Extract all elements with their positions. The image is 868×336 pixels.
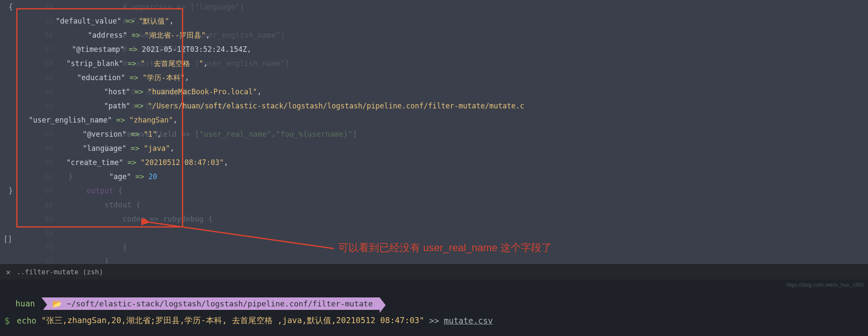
- output-kv-line: "strip_blank"=>" 去首尾空格 ",: [0, 57, 868, 71]
- output-value: "zhangSan": [129, 113, 173, 127]
- prompt-row: huan 📂~/soft/elastic-stack/logstash/logs…: [0, 295, 868, 312]
- output-kv-line: "age"=>20: [0, 170, 868, 184]
- output-value: "huandeMacBook-Pro.local": [148, 85, 257, 99]
- arrow-icon: =>: [127, 28, 144, 42]
- line-content: }: [68, 255, 868, 264]
- output-key: "strip_blank": [66, 57, 123, 71]
- output-kv-line: "@version"=>"1",: [0, 127, 868, 141]
- prompt-path-segment: 📂~/soft/elastic-stack/logstash/logstash/…: [41, 297, 380, 310]
- tab-title[interactable]: ..filter-mutate (zsh): [17, 268, 103, 276]
- output-kv-line: "default_value"=>"默认值",: [0, 14, 868, 28]
- output-key: "@version": [83, 127, 126, 141]
- comma: ,: [224, 156, 228, 170]
- bg-code-line: 70: [0, 226, 868, 240]
- output-value: "1": [144, 127, 157, 141]
- comma: ,: [170, 141, 174, 156]
- prompt-path: ~/soft/elastic-stack/logstash/logstash/p…: [67, 299, 373, 308]
- output-key: "user_english_name": [29, 113, 112, 127]
- output-kv-line: "user_english_name"=>"zhangSan",: [0, 113, 868, 127]
- output-kv-line: "education"=>"学历-本科",: [0, 71, 868, 85]
- bg-code-line: 68 stdout {: [0, 198, 868, 212]
- foreground-output-layer: { "default_value"=>"默认值","address"=>"湖北省…: [0, 0, 868, 198]
- watermark-text: https://blog.csdn.net/fu_huo_1993: [786, 282, 864, 288]
- line-content: stdout {: [68, 198, 868, 212]
- output-key: "create_time": [66, 156, 123, 170]
- arrow-icon: =>: [126, 141, 143, 156]
- tab-close-icon[interactable]: ✕: [6, 267, 11, 276]
- arrow-icon: =>: [130, 99, 147, 113]
- output-value: 20: [149, 170, 157, 184]
- prompt-dollar: $: [4, 315, 10, 326]
- output-value: "20210512 08:47:03": [141, 156, 224, 170]
- command-row[interactable]: $ echo "张三,zhangSan,20,湖北省;罗田县,学历-本科, 去首…: [0, 312, 868, 329]
- line-content: codec => rubydebug {: [68, 212, 868, 226]
- output-key: "default_value": [56, 14, 122, 28]
- output-key: "age": [109, 170, 131, 184]
- arrow-icon: =>: [122, 14, 139, 28]
- bg-code-line: 72 }: [0, 255, 868, 264]
- output-kv-line: "address"=>"湖北省--罗田县",: [0, 28, 868, 42]
- output-key: "education": [77, 71, 125, 85]
- bg-code-line: 69 codec => rubydebug {: [0, 212, 868, 226]
- arrow-icon: =>: [112, 113, 129, 127]
- output-key: "path": [104, 99, 130, 113]
- arrow-icon: =>: [123, 156, 140, 170]
- output-kv-line: "language"=>"java",: [0, 141, 868, 156]
- line-content: [68, 226, 868, 240]
- output-kv-line: "@timestamp"=>2021-05-12T03:52:24.154Z,: [0, 42, 868, 57]
- terminal-tab-bar: ✕ ..filter-mutate (zsh): [0, 264, 868, 279]
- cmd-string: "张三,zhangSan,20,湖北省;罗田县,学历-本科, 去首尾空格 ,ja…: [41, 315, 424, 326]
- output-key: "host": [104, 85, 130, 99]
- output-value: 2021-05-12T03:52:24.154Z: [142, 42, 247, 57]
- output-kv-line: "path"=>"/Users/huan/soft/elastic-stack/…: [0, 99, 868, 113]
- comma: ,: [206, 28, 210, 42]
- output-value: "默认值": [139, 14, 169, 28]
- output-value: "学历-本科": [143, 71, 185, 85]
- line-number: 69: [0, 212, 68, 226]
- arrow-icon: =>: [125, 71, 143, 85]
- line-number: 72: [0, 255, 68, 264]
- comma: ,: [169, 14, 174, 28]
- arrow-icon: =>: [131, 170, 148, 184]
- output-value: " 去首尾空格 ": [141, 57, 203, 71]
- output-kv-line: "host"=>"huandeMacBook-Pro.local",: [0, 85, 868, 99]
- cmd-file: mutate.csv: [444, 316, 493, 325]
- arrow-icon: =>: [123, 57, 140, 71]
- comma: ,: [157, 127, 161, 141]
- terminal-panel[interactable]: huan 📂~/soft/elastic-stack/logstash/logs…: [0, 279, 868, 336]
- prompt-user: huan: [13, 297, 41, 310]
- arrow-icon: =>: [126, 127, 143, 141]
- comma: ,: [203, 57, 208, 71]
- close-brace: }: [0, 184, 13, 198]
- output-key: "@timestamp": [72, 42, 125, 57]
- output-value: "java": [144, 141, 170, 156]
- code-editor[interactable]: 54 # uppercase => ["language"]55 # 7.2 小…: [0, 0, 868, 264]
- output-value: "湖北省--罗田县": [145, 28, 206, 42]
- cmd-redirect: >>: [429, 316, 439, 325]
- bg-code-line: 71 }: [0, 240, 868, 255]
- output-value: "/Users/huan/soft/elastic-stack/logstash…: [148, 99, 524, 113]
- arrow-icon: =>: [130, 85, 147, 99]
- line-number: 68: [0, 198, 68, 212]
- comma: ,: [247, 42, 251, 57]
- line-content: }: [68, 240, 868, 255]
- cmd-echo: echo: [17, 316, 36, 325]
- output-key: "address": [88, 28, 127, 42]
- comma: ,: [185, 71, 189, 85]
- output-key: "language": [83, 141, 126, 156]
- cursor-bracket-icon: []: [3, 235, 12, 243]
- folder-icon: 📂: [52, 299, 62, 308]
- comma: ,: [173, 113, 177, 127]
- open-brace: {: [0, 0, 13, 14]
- output-kv-line: "create_time"=>"20210512 08:47:03",: [0, 156, 868, 170]
- arrow-icon: =>: [125, 42, 142, 57]
- comma: ,: [257, 85, 262, 99]
